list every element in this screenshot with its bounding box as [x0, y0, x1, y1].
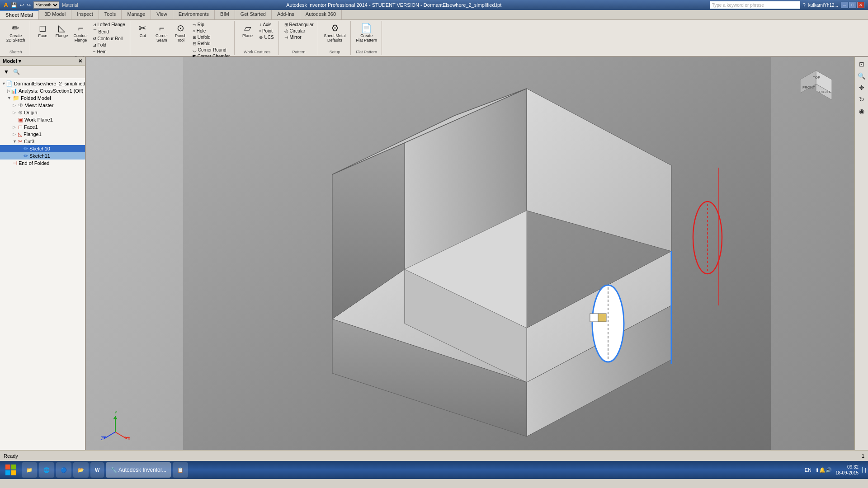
expander-root[interactable]: ▼	[2, 81, 6, 86]
tree-face1-label: Face1	[24, 124, 38, 130]
expander-view-master[interactable]: ▷	[13, 103, 18, 108]
pan-button[interactable]: ✥	[856, 82, 867, 93]
expander-face1[interactable]: ▷	[13, 125, 18, 129]
corner-round-button[interactable]: ◡ Corner Round	[191, 47, 232, 53]
qat-undo[interactable]: ↩	[20, 2, 24, 8]
expander-flange1[interactable]: ▷	[13, 132, 18, 136]
axis-button[interactable]: ↕ Axis	[257, 22, 275, 28]
taskbar-app6[interactable]: 📋	[173, 462, 188, 478]
zoom-extents-button[interactable]: ⊡	[856, 59, 867, 70]
tab-environments[interactable]: Environments	[173, 10, 215, 19]
orbit-button[interactable]: ↻	[856, 94, 867, 105]
visual-style-dropdown[interactable]: *Smooth	[33, 1, 59, 9]
taskbar-inventor[interactable]: 🔧 Autodesk Inventor...	[106, 462, 171, 478]
svg-line-20	[115, 432, 127, 439]
tree-item-flange1[interactable]: ▷ ◺ Flange1	[0, 131, 85, 138]
tab-view[interactable]: View	[151, 10, 173, 19]
corner-seam-button[interactable]: ⌐ CornerSeam	[153, 22, 171, 43]
help-icon[interactable]: ?	[803, 2, 806, 8]
corner-seam-icon: ⌐	[159, 23, 165, 33]
fold-button[interactable]: ⊿ Fold	[91, 42, 127, 48]
flange-button[interactable]: ◺ Flange	[53, 22, 71, 39]
tab-3d-model[interactable]: 3D Model	[39, 10, 71, 19]
tree-item-origin[interactable]: ▷ ⊕ Origin	[0, 109, 85, 116]
lofted-flange-button[interactable]: ⊿ Lofted Flange	[91, 22, 127, 28]
create-2d-sketch-button[interactable]: ✏ Create2D Sketch	[5, 22, 27, 43]
bend-icon: ⌒	[93, 28, 97, 35]
qat-redo[interactable]: ↪	[27, 2, 31, 8]
create-flat-pattern-button[interactable]: 📄 CreateFlat Pattern	[354, 22, 379, 43]
unfold-button[interactable]: ⊞ Unfold	[191, 34, 232, 40]
search-box[interactable]: Type a keyword or phrase	[710, 1, 800, 9]
tab-sheet-metal[interactable]: Sheet Metal	[0, 10, 39, 19]
hole-button[interactable]: ○ Hole	[191, 28, 232, 34]
taskbar-explorer[interactable]: 📁	[22, 462, 37, 478]
tree-item-root[interactable]: ▼ 📄 DormantElsewhere_2_simplified.ipt	[0, 80, 85, 87]
clock-date: 18-09-2015	[835, 470, 859, 476]
maximize-button[interactable]: □	[849, 2, 856, 8]
ucs-button[interactable]: ⊕ UCS	[257, 34, 275, 40]
tree-search-button[interactable]: 🔍	[12, 67, 21, 76]
viewport[interactable]: X Y Z	[86, 57, 868, 450]
mirror-icon: ⊣	[284, 35, 288, 40]
sheet-metal-defaults-button[interactable]: ⚙ Sheet MetalDefaults	[322, 22, 347, 43]
rip-button[interactable]: ⊸ Rip	[191, 22, 232, 28]
expander-cut3[interactable]: ▼	[13, 139, 18, 144]
plane-button[interactable]: ▱ Plane	[238, 22, 256, 39]
taskbar-word[interactable]: W	[90, 462, 104, 478]
refold-button[interactable]: ⊟ Refold	[191, 41, 232, 47]
tree-item-face1[interactable]: ▷ ◻ Face1	[0, 123, 85, 131]
flange-label: Flange	[56, 33, 68, 38]
face-button[interactable]: ◻ Face	[34, 22, 52, 39]
tab-get-started[interactable]: Get Started	[235, 10, 272, 19]
tab-add-ins[interactable]: Add-Ins	[272, 10, 300, 19]
tree-filter-button[interactable]: ▼	[2, 67, 11, 76]
tree-item-sketch11[interactable]: ✏ Sketch11	[0, 152, 85, 160]
panel-close-button[interactable]: ✕	[78, 58, 82, 64]
cut-button[interactable]: ✂ Cut	[134, 22, 152, 39]
tab-tools[interactable]: Tools	[99, 10, 122, 19]
tab-manage[interactable]: Manage	[122, 10, 151, 19]
close-button[interactable]: ✕	[857, 2, 864, 8]
tree-item-cut3[interactable]: ▼ ✂ Cut3	[0, 138, 85, 145]
rectangular-button[interactable]: ⊞ Rectangular	[283, 22, 316, 28]
mirror-button[interactable]: ⊣ Mirror	[283, 34, 316, 40]
status-right: 1	[862, 453, 864, 459]
bend-button[interactable]: ⌒ Bend	[91, 28, 127, 35]
flange-icon: ◺	[58, 23, 65, 33]
punch-tool-button[interactable]: ⊙ PunchTool	[172, 22, 190, 43]
tree-item-work-plane1[interactable]: ▣ Work Plane1	[0, 116, 85, 123]
view-cube[interactable]: TOP FRONT RIGHT	[796, 66, 832, 102]
show-desktop-button[interactable]: |	[862, 467, 866, 473]
tree-item-end-of-folded[interactable]: ⊣ End of Folded	[0, 160, 85, 167]
tree-item-view-master[interactable]: ▷ 👁 View: Master	[0, 102, 85, 109]
taskbar-files[interactable]: 📂	[73, 462, 89, 478]
tab-autodesk-360[interactable]: Autodesk 360	[300, 10, 342, 19]
contour-flange-button[interactable]: ⌐ ContourFlange	[72, 22, 90, 43]
point-button[interactable]: • Point	[257, 28, 275, 34]
tab-bim[interactable]: BIM	[215, 10, 235, 19]
expander-folded-model[interactable]: ▼	[7, 96, 13, 100]
zoom-button[interactable]: 🔍	[856, 70, 867, 81]
user-icon[interactable]: kulkarniYh12...	[808, 3, 838, 8]
look-at-button[interactable]: ◉	[856, 106, 867, 117]
taskbar-chrome[interactable]: 🌐	[39, 462, 54, 478]
circular-button[interactable]: ◎ Circular	[283, 28, 316, 34]
tree-toolbar: ▼ 🔍	[0, 66, 85, 78]
corner-round-label: Corner Round	[198, 47, 226, 52]
corner-round-icon: ◡	[193, 47, 197, 52]
hem-button[interactable]: ⌢ Hem	[91, 48, 127, 55]
taskbar-ie[interactable]: 🔵	[56, 462, 71, 478]
tab-inspect[interactable]: Inspect	[71, 10, 99, 19]
expander-analysis[interactable]: ▷	[7, 89, 10, 93]
contour-roll-button[interactable]: ↺ Contour Roll	[91, 36, 127, 42]
expander-origin[interactable]: ▷	[13, 110, 18, 115]
tree-item-analysis[interactable]: ▷ 📊 Analysis: CrossSection1 (Off)	[0, 87, 85, 94]
hem-label: Hem	[97, 49, 107, 54]
minimize-button[interactable]: ─	[841, 2, 848, 8]
qat-save[interactable]: 💾	[11, 2, 17, 8]
tree-item-folded-model[interactable]: ▼ 📁 Folded Model	[0, 94, 85, 102]
start-button[interactable]	[2, 462, 20, 478]
tree-item-sketch10[interactable]: ✏ Sketch10	[0, 145, 85, 152]
tree-origin-label: Origin	[24, 110, 37, 115]
